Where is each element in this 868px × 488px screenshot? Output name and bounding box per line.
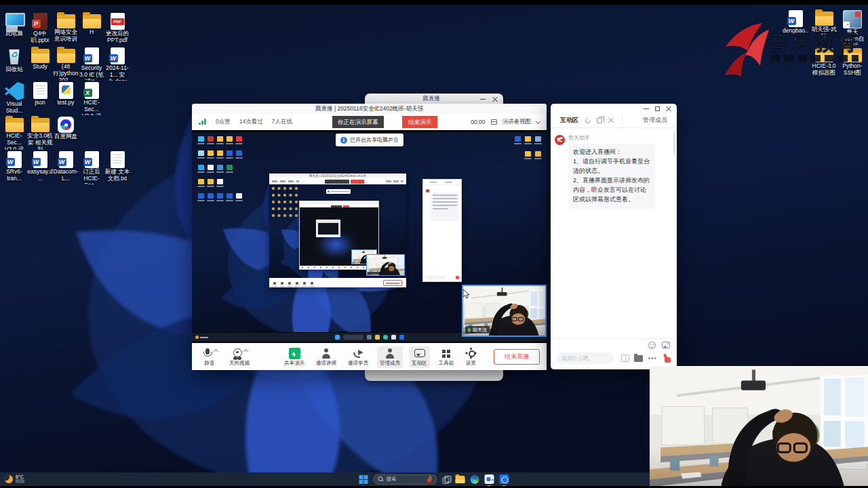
chevron-up-icon[interactable] xyxy=(214,348,218,353)
taskbar-search[interactable]: 搜索 xyxy=(374,474,437,485)
close-tab-icon[interactable] xyxy=(608,118,614,123)
desktop-icon-label: Study xyxy=(33,64,47,70)
recursive-end-live-button xyxy=(383,280,402,286)
start-button[interactable] xyxy=(359,475,368,484)
chat-panel-titlebar xyxy=(551,104,677,113)
toolbar-members-button[interactable]: 管理成员 xyxy=(377,346,403,368)
desktop-icon-label: 安全3.0机架 相关规划 xyxy=(27,133,53,150)
mini-word-icon xyxy=(208,193,214,199)
desktop-icon-vscode[interactable]: Visual Stud... xyxy=(1,81,27,115)
desktop-icon-folder[interactable]: HCIE-Sec... V3.0 设备... xyxy=(1,115,27,150)
toolbar-invite-button[interactable]: 邀请学员 xyxy=(345,346,371,368)
desktop-icon-pc[interactable]: 此电脑 xyxy=(1,12,27,46)
task-view-button[interactable] xyxy=(443,476,450,483)
close-icon[interactable] xyxy=(492,96,498,102)
image-icon[interactable] xyxy=(662,342,670,348)
desktop-icon-baidu[interactable]: 百度网盘 xyxy=(53,115,79,150)
desktop-icon-word[interactable]: 2024-11-1... 安全.docx xyxy=(104,46,130,81)
chat-input-area: ••• xyxy=(551,338,677,369)
desktop-icon-word[interactable]: 订正后 HCIE-Sec... xyxy=(79,150,104,184)
scrollbar[interactable] xyxy=(673,131,675,155)
toolbar-settings-button[interactable]: 设置 xyxy=(462,346,479,368)
live-stream-window: 腾直播 | 20250116安全IE2402晚班-胡天强 0点赞 14次看过 7… xyxy=(192,104,547,370)
invite-icon xyxy=(353,348,364,359)
desktop-icon-folder[interactable]: 安全3.0机架 相关规划 xyxy=(27,115,53,150)
toolbar-label: 邀请讲师 xyxy=(316,360,336,367)
desktop-icon-pdf[interactable]: 更改后的PPT.pdf xyxy=(104,12,130,46)
toolbar-cam-button[interactable]: 关闭视频 xyxy=(226,346,252,368)
tab-members[interactable]: 管理成员 xyxy=(643,116,667,125)
tab-interact[interactable]: 互动区 xyxy=(560,116,578,125)
desktop-icon-word[interactable]: SRv6-tran... xyxy=(1,150,27,184)
recursive-toast xyxy=(326,189,351,194)
presenter-name-tag: 胡天强 xyxy=(465,326,490,333)
desktop-icon-py[interactable]: test.py xyxy=(53,81,79,115)
desktop-icon-folder[interactable]: H xyxy=(79,12,104,46)
letterbox-top xyxy=(0,0,868,5)
end-live-button[interactable]: 结束直播 xyxy=(494,349,540,365)
mini-baidu-icon xyxy=(217,179,223,184)
presenter-webcam-thumb[interactable]: 胡天强 xyxy=(462,285,547,337)
shared-desktop-icons-left xyxy=(196,136,243,207)
folder-icon xyxy=(57,14,75,28)
desktop-icon-folder[interactable]: (48行)python202... xyxy=(53,46,79,81)
desktop-icon-folder[interactable]: 网络安全意识培训 xyxy=(53,12,79,46)
gift-icon[interactable] xyxy=(621,354,629,362)
refresh-icon[interactable] xyxy=(584,117,591,124)
word-icon xyxy=(85,47,99,64)
minimize-icon[interactable] xyxy=(480,99,486,100)
brand-watermark: 普天教育 xyxy=(723,20,868,79)
chevron-down-icon[interactable] xyxy=(536,119,540,123)
chat-input[interactable] xyxy=(556,352,614,364)
mini-file-icon xyxy=(208,165,214,170)
desktop-icon-ppt[interactable]: Q4中职.pptx xyxy=(27,12,53,46)
desktop-icon-word[interactable]: Datacom-L... xyxy=(53,150,79,184)
desktop-icon-word[interactable]: Security 3.0 IE (笔试Y... xyxy=(79,46,104,81)
mini-excel-icon xyxy=(226,165,233,170)
chat-panel-window: 互动区 管理成员 普天助手 欢迎进入直播间： 1、请自行调节手机音量至合适的状态… xyxy=(551,104,677,369)
toolbar-person-button[interactable]: 邀请讲师 xyxy=(313,346,339,368)
desktop-icon-word[interactable]: easysay.d... xyxy=(27,150,53,184)
stop-presenting-button[interactable]: 结束演示 xyxy=(402,116,437,128)
like-icon[interactable] xyxy=(662,354,671,363)
desktop-icon-label: SRv6-tran... xyxy=(1,169,27,182)
mic-icon xyxy=(201,348,213,359)
meeting-app-button[interactable] xyxy=(485,474,494,484)
toolbar-label: 静音 xyxy=(205,360,215,367)
desktop-icon-recycle[interactable]: 回收站 xyxy=(1,46,27,81)
mini-folder-icon xyxy=(226,136,233,142)
file-explorer-button[interactable] xyxy=(456,476,465,483)
chat-messages: 普天助手 欢迎进入直播间： 1、请自行调节手机音量至合适的状态。 2、直播界面显… xyxy=(551,129,677,338)
desktop-icon-folder[interactable]: Study xyxy=(27,46,53,81)
desktop-icon-txt[interactable]: 新建 文本文档.txt xyxy=(104,150,130,184)
toolbar-label: 管理成员 xyxy=(380,360,400,367)
live-app-button[interactable] xyxy=(500,474,509,484)
desktop-icon-label: (48行)python202... xyxy=(53,64,79,81)
background-window-titlebar[interactable]: 腾直播 xyxy=(365,94,503,104)
online-count: 7人在线 xyxy=(272,118,292,126)
mini-folder-icon xyxy=(208,150,214,156)
popout-icon[interactable] xyxy=(597,118,602,123)
close-icon[interactable] xyxy=(666,106,671,111)
view-mode-select[interactable]: 演讲者视图 xyxy=(502,118,532,126)
toolbar-toolbox-button[interactable]: 工具箱 xyxy=(436,346,457,368)
live-window-titlebar[interactable]: 腾直播 | 20250116安全IE2402晚班-胡天强 xyxy=(192,104,547,114)
emoji-icon[interactable] xyxy=(648,342,656,349)
files-icon[interactable] xyxy=(634,355,643,362)
watermark-text: 普天教育 xyxy=(768,29,860,57)
mini-shortcut-icon xyxy=(535,136,541,142)
edge-browser-button[interactable] xyxy=(471,475,479,484)
minimize-icon[interactable] xyxy=(644,108,649,109)
toolbar-mic-button[interactable]: 静音 xyxy=(199,346,220,368)
maximize-icon[interactable] xyxy=(655,106,660,111)
txt-icon xyxy=(111,151,125,168)
desktop-icon-file[interactable]: json xyxy=(27,81,53,115)
more-icon[interactable]: ••• xyxy=(648,355,657,362)
chevron-up-icon[interactable] xyxy=(243,348,248,353)
toolbar-chat-button[interactable]: 互动区 xyxy=(409,346,430,368)
mini-word-icon xyxy=(226,193,233,199)
weather-widget[interactable]: 6°C 晴朗 xyxy=(5,474,24,484)
folder-icon xyxy=(31,118,50,132)
desktop-icon-excel[interactable]: HCIE-Sec... V3.0 设备... xyxy=(79,81,104,115)
toolbar-share-button[interactable]: 共享演示 xyxy=(281,346,307,368)
